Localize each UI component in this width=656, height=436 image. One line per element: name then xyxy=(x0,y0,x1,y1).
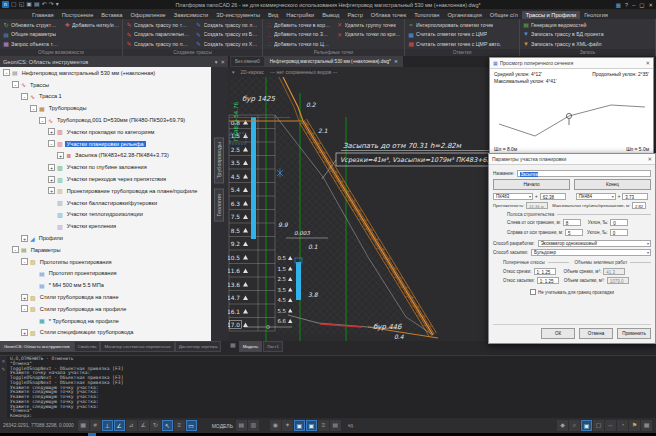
ribbon-button[interactable]: ∴Добавить точки по 3D-полилинии xyxy=(263,30,334,40)
snap-icon[interactable]: # xyxy=(90,420,101,431)
ucs-icon[interactable]: ↻ xyxy=(150,420,161,431)
tree-expander-icon[interactable]: - xyxy=(12,81,19,88)
tree-item[interactable]: +▦* Трубопровод на профиле xyxy=(0,315,211,327)
list-icon[interactable]: ≡ xyxy=(318,420,329,431)
ok-button[interactable]: ОК xyxy=(541,328,575,339)
tree-item[interactable]: +▥Участки балластировки/футеровки xyxy=(0,197,211,209)
select-similar-icon[interactable]: ▣ xyxy=(294,420,305,431)
lineweight-icon[interactable]: ≡ xyxy=(174,420,185,431)
cut-slope-input[interactable]: 1: 1.25 xyxy=(534,268,556,275)
ribbon-tab-7[interactable]: Вид xyxy=(264,11,282,19)
ribbon-button[interactable]: ∴Добавить точки по ЦМР xyxy=(263,39,334,49)
right-width-input[interactable]: 5 xyxy=(565,229,583,236)
panel-close-icon[interactable]: ✕ xyxy=(220,59,225,65)
transparency-icon[interactable]: ▭ xyxy=(186,420,197,431)
tree-item[interactable]: +▥Проектирование трубопровода на плане/п… xyxy=(0,185,211,197)
progress-icon[interactable]: ◔ xyxy=(617,420,628,431)
tree-item[interactable]: -∿Трассы xyxy=(0,79,211,91)
ribbon-tab-10[interactable]: Растр xyxy=(343,11,366,19)
panel-tab-3[interactable]: Монитор системных переменных xyxy=(100,341,174,352)
dev-method-combo[interactable]: Экскаватор одноковшовый▾ xyxy=(538,240,651,247)
tree-expander-icon[interactable]: + xyxy=(21,235,28,242)
tree-item[interactable]: +▤* МН 500 мм 5.5 МПа xyxy=(0,279,211,291)
right-slope-input[interactable]: 0 xyxy=(610,229,628,236)
fill-slope-input[interactable]: 1: 1.25 xyxy=(537,277,559,284)
tree-item[interactable]: +▥Участки прокладки по категориям xyxy=(0,126,211,138)
ribbon-tab-12[interactable]: Топоплан xyxy=(410,11,443,19)
ribbon-button[interactable]: ✚Добавить нитку/имя трассы xyxy=(61,20,122,30)
ribbon-button[interactable]: ▤Общие параметры xyxy=(0,30,61,40)
polar-tracking-icon[interactable]: ∠ xyxy=(114,420,125,431)
preview-close-icon[interactable]: ✕ xyxy=(645,60,650,66)
ribbon-button[interactable]: ✎Создать трассу по линии профиля xyxy=(193,20,263,30)
tree-expander-icon[interactable]: - xyxy=(21,93,28,100)
command-edit-icon[interactable]: ✎ xyxy=(2,367,6,372)
ribbon-button[interactable]: ▦Запрос объекта трассы xyxy=(0,39,61,49)
ribbon-button[interactable]: ✎Создать трассу по точкам xyxy=(123,20,193,30)
tree-expander-icon[interactable]: + xyxy=(48,128,55,135)
tree-item[interactable]: +▥Участки переходов через препятствия xyxy=(0,173,211,185)
dynamic-input-icon[interactable]: ↖ xyxy=(162,420,173,431)
command-history-icon[interactable]: ≡ xyxy=(2,359,5,364)
ribbon-button[interactable]: ↻Обновить структуру трасс xyxy=(0,20,61,30)
viewport-menu-icon[interactable]: ▾ xyxy=(232,69,235,75)
tree-item[interactable]: -∿Трубопровод,001 D=530мм (ПК480-ПК503+6… xyxy=(0,114,211,126)
ribbon-tab-13[interactable]: Организация xyxy=(443,11,485,19)
start-offset-input[interactable]: 62.38 xyxy=(540,193,566,200)
panel-tab-2[interactable]: Свойства xyxy=(74,341,101,352)
ribbon-tab-2[interactable]: Построение xyxy=(58,11,98,19)
max-depth-value[interactable]: 2.82 xyxy=(632,202,646,209)
ribbon-tab-1[interactable]: Главная xyxy=(28,11,58,19)
dialog-title-bar[interactable]: Параметры участка планировки ✕ xyxy=(489,154,655,165)
fullscreen-icon[interactable]: ▦ xyxy=(641,420,652,431)
tree-expander-icon[interactable]: - xyxy=(21,305,28,312)
left-slope-input[interactable]: 0 xyxy=(610,219,628,226)
tree-item[interactable]: +▧Стили трубопровода на плане xyxy=(0,291,211,303)
document-tab-1[interactable]: Без имени0 xyxy=(230,56,265,67)
tree-item[interactable]: -▧Стили трубопровода на профиле xyxy=(0,303,211,315)
tree-expander-icon[interactable]: + xyxy=(48,164,55,171)
ribbon-tab-6[interactable]: 3D-инструменты xyxy=(212,11,264,19)
ribbon-button[interactable]: ∴Добавить точки в коридоре xyxy=(263,20,334,30)
layout-list-icon[interactable]: ▦ xyxy=(230,341,236,348)
ribbon-button[interactable]: ▦Считать отметки точек с ЦМР авто. xyxy=(405,39,519,49)
tree-expander-icon[interactable]: + xyxy=(48,187,55,194)
tree-expander-icon[interactable]: + xyxy=(57,152,64,159)
end-button[interactable]: Конец xyxy=(574,179,651,190)
lock-icon[interactable]: ◉ xyxy=(270,420,281,431)
tree-item[interactable]: +▧Стили спецификации трубопровода xyxy=(0,327,211,339)
end-offset-input[interactable]: 3.73 xyxy=(622,193,648,200)
ribbon-tab-8[interactable]: Настройки xyxy=(282,11,318,19)
preview-title-bar[interactable]: ▦ Просмотр поперечного сечения ✕ xyxy=(490,58,653,69)
ribbon-tab-5[interactable]: Зависимости xyxy=(170,11,213,19)
tree-item[interactable]: +▤Прототип проектирования xyxy=(0,268,211,280)
ribbon-tab-16[interactable]: Геология xyxy=(580,11,612,19)
layout-tab-icon[interactable]: ▥ xyxy=(248,420,259,431)
minimize-button[interactable]: – xyxy=(632,1,635,9)
lamp-icon[interactable]: ✦ xyxy=(282,420,293,431)
ribbon-button[interactable]: ✎Создать трассу из XML-файла xyxy=(193,39,263,49)
tree-item[interactable]: -▤Параметры xyxy=(0,244,211,256)
tree-item[interactable]: +▥Участки по глубине заложения xyxy=(0,161,211,173)
tree-item[interactable]: -▦Трубопроводы xyxy=(0,102,211,114)
ribbon-button[interactable]: ✕Удалить точки по критериям xyxy=(334,30,405,40)
tree-expander-icon[interactable]: + xyxy=(21,294,28,301)
tree-expander-icon[interactable]: - xyxy=(21,258,28,265)
ribbon-button[interactable]: ✕Удалить группу точек xyxy=(334,20,405,30)
ribbon-button[interactable]: ✎Создать трассу по полилинии xyxy=(123,39,193,49)
side-tab-2[interactable]: Геология xyxy=(214,189,224,222)
panel-tab-4[interactable]: Диспетчер чертежа xyxy=(175,341,222,352)
apply-button[interactable]: Применить xyxy=(617,328,651,339)
layout-grid-icon[interactable]: ▦ xyxy=(616,1,621,9)
ribbon-button[interactable]: ▦Считать отметки точек с ЦМР xyxy=(405,30,519,40)
ortho-icon[interactable]: ⊥ xyxy=(102,420,113,431)
annotation-monitor-icon[interactable]: ▤ xyxy=(330,420,341,431)
tree-expander-icon[interactable]: - xyxy=(39,117,46,124)
tree-item[interactable]: +≣Засыпка (ПК483+62.38-ПК484+3.73) xyxy=(0,150,211,162)
tree-item[interactable]: -▤Нефтепровод магистральный 530 мм (+нак… xyxy=(0,67,211,79)
tree-item[interactable]: +▥Участки крепления xyxy=(0,220,211,232)
sync-icon[interactable]: ↔ xyxy=(605,420,616,431)
visual-style-control[interactable]: 2D-каркас xyxy=(241,69,265,75)
close-button[interactable]: ✕ xyxy=(648,1,653,9)
object-snap-icon[interactable]: ⊿ xyxy=(126,420,137,431)
